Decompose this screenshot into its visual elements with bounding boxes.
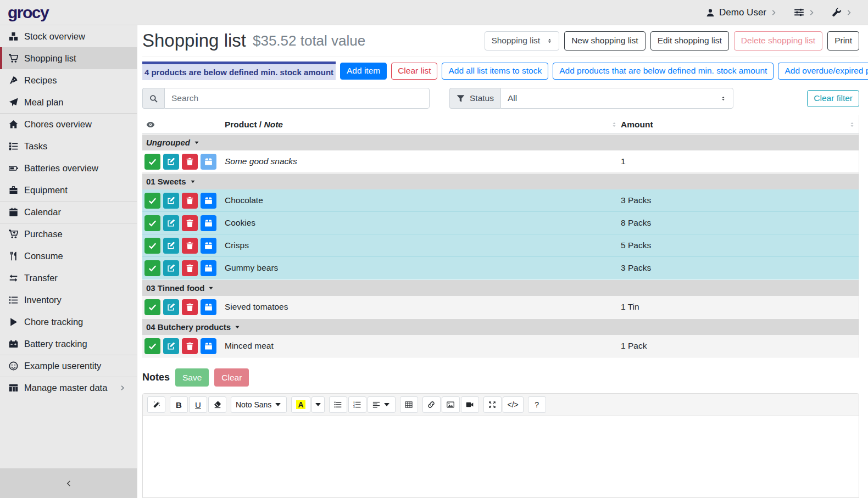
editor-table-button[interactable]	[400, 396, 418, 413]
status-filter-label: Status	[449, 88, 500, 109]
editor-paragraph-button[interactable]	[368, 396, 396, 413]
edit-button[interactable]	[163, 154, 179, 170]
status-filter-value: All	[508, 93, 517, 103]
status-filter-select[interactable]: All	[500, 88, 733, 109]
sidebar-item-stock-overview[interactable]: Stock overview	[0, 25, 137, 47]
editor-help-button[interactable]: ?	[528, 396, 546, 413]
sort-icon[interactable]	[849, 121, 855, 128]
sidebar-item-inventory[interactable]: Inventory	[0, 289, 137, 311]
editor-underline-button[interactable]: U	[189, 396, 207, 413]
add-to-stock-button[interactable]	[201, 193, 216, 209]
group-header-01-sweets[interactable]: 01 Sweets	[142, 173, 859, 189]
add-to-stock-button[interactable]	[201, 338, 216, 354]
delete-shopping-list-button[interactable]: Delete shopping list	[734, 31, 822, 51]
edit-button[interactable]	[163, 193, 179, 209]
admin-menu[interactable]	[832, 8, 853, 18]
add-item-button[interactable]: Add item	[340, 63, 387, 80]
editor-codeview-button[interactable]: </>	[503, 396, 524, 413]
edit-button[interactable]	[163, 338, 179, 354]
done-button[interactable]	[144, 193, 160, 209]
sidebar-item-tasks[interactable]: Tasks	[0, 135, 137, 157]
clear-filter-button[interactable]: Clear filter	[807, 90, 859, 107]
sidebar-item-shopping-list[interactable]: Shopping list	[0, 47, 137, 69]
delete-button[interactable]	[182, 238, 198, 254]
delete-button[interactable]	[182, 193, 198, 209]
sidebar-item-recipes[interactable]: Recipes	[0, 69, 137, 91]
settings-menu[interactable]	[794, 7, 815, 18]
group-header-ungrouped[interactable]: Ungrouped	[142, 134, 859, 150]
editor-bold-button[interactable]: B	[170, 396, 188, 413]
editor-ordered-list-button[interactable]: 123	[348, 396, 366, 413]
edit-shopping-list-button[interactable]: Edit shopping list	[650, 31, 729, 51]
sort-icon[interactable]	[611, 121, 617, 128]
sidebar-collapse-button[interactable]	[0, 468, 137, 498]
pen-square-icon	[167, 197, 175, 205]
add-overdue-expired-products-button[interactable]: Add overdue/expired products	[778, 63, 868, 80]
sidebar-item-manage-master-data[interactable]: Manage master data	[0, 377, 137, 399]
notes-save-button[interactable]: Save	[175, 368, 209, 387]
ul-icon	[334, 401, 342, 409]
tasks-icon	[7, 142, 20, 151]
delete-button[interactable]	[182, 299, 198, 315]
sidebar: Stock overviewShopping listRecipesMeal p…	[0, 25, 137, 498]
add-to-stock-button[interactable]	[201, 238, 216, 254]
sidebar-item-meal-plan[interactable]: Meal plan	[0, 91, 137, 113]
delete-button[interactable]	[182, 215, 198, 231]
done-button[interactable]	[144, 238, 160, 254]
editor-fontname-select[interactable]: Noto Sans	[231, 396, 287, 413]
edit-button[interactable]	[163, 260, 179, 276]
done-button[interactable]	[144, 154, 160, 170]
group-header-03-tinned-food[interactable]: 03 Tinned food	[142, 279, 859, 296]
editor-unordered-list-button[interactable]	[329, 396, 347, 413]
sidebar-item-consume[interactable]: Consume	[0, 245, 137, 267]
editor-color-caret-button[interactable]	[311, 396, 325, 413]
fullscreen-icon	[488, 401, 496, 409]
sidebar-item-transfer[interactable]: Transfer	[0, 267, 137, 289]
search-input[interactable]	[164, 88, 430, 109]
done-button[interactable]	[144, 338, 160, 354]
editor-canvas[interactable]	[143, 416, 859, 497]
sidebar-item-chore-tracking[interactable]: Chore tracking	[0, 311, 137, 333]
sidebar-item-chores-overview[interactable]: Chores overview	[0, 113, 137, 135]
editor-clear-style-button[interactable]	[208, 396, 226, 413]
sidebar-item-equipment[interactable]: Equipment	[0, 179, 137, 201]
pen-square-icon	[167, 219, 175, 227]
page-header: Shopping list $35.52 total value Shoppin…	[142, 25, 859, 57]
user-menu[interactable]: Demo User	[706, 7, 777, 18]
editor-link-button[interactable]	[422, 396, 441, 413]
amount-column-header[interactable]: Amount	[621, 120, 859, 130]
group-header-04-butchery-products[interactable]: 04 Butchery products	[142, 318, 859, 335]
editor-picture-button[interactable]	[442, 396, 460, 413]
editor-style-button[interactable]	[147, 396, 165, 413]
product-column-header[interactable]: Product / Note	[225, 120, 621, 130]
sidebar-item-purchase[interactable]: Purchase	[0, 223, 137, 245]
grocy-logo[interactable]: grocy	[8, 3, 48, 22]
add-products-that-are-below-defined-min-stock-amount-button[interactable]: Add products that are below defined min.…	[553, 63, 774, 80]
shopping-list-select[interactable]: Shopping list	[485, 31, 559, 51]
editor-color-button[interactable]: A	[291, 396, 310, 413]
add-to-stock-button[interactable]	[201, 154, 216, 170]
editor-video-button[interactable]	[461, 396, 479, 413]
done-button[interactable]	[144, 299, 160, 315]
editor-fullscreen-button[interactable]	[483, 396, 502, 413]
notes-clear-button[interactable]: Clear	[214, 368, 249, 387]
edit-button[interactable]	[163, 238, 179, 254]
done-button[interactable]	[144, 260, 160, 276]
sidebar-item-battery-tracking[interactable]: Battery tracking	[0, 333, 137, 355]
sidebar-item-calendar[interactable]: Calendar	[0, 201, 137, 223]
clear-list-button[interactable]: Clear list	[391, 63, 437, 80]
edit-button[interactable]	[163, 299, 179, 315]
delete-button[interactable]	[182, 260, 198, 276]
delete-button[interactable]	[182, 154, 198, 170]
add-all-list-items-to-stock-button[interactable]: Add all list items to stock	[442, 63, 548, 80]
delete-button[interactable]	[182, 338, 198, 354]
new-shopping-list-button[interactable]: New shopping list	[564, 31, 645, 51]
sidebar-item-example-userentity[interactable]: Example userentity	[0, 355, 137, 377]
done-button[interactable]	[144, 215, 160, 231]
add-to-stock-button[interactable]	[201, 215, 216, 231]
edit-button[interactable]	[163, 215, 179, 231]
print-button[interactable]: Print	[827, 31, 859, 51]
add-to-stock-button[interactable]	[201, 260, 216, 276]
sidebar-item-batteries-overview[interactable]: Batteries overview	[0, 157, 137, 179]
add-to-stock-button[interactable]	[201, 299, 216, 315]
